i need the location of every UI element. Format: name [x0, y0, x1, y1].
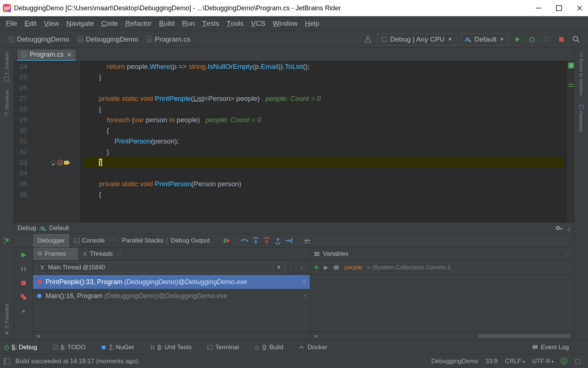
breadcrumb-project[interactable]: C# DebuggingDemo: [74, 31, 143, 47]
tool-todo[interactable]: 6: TODO: [53, 344, 85, 351]
svg-rect-46: [21, 281, 26, 285]
pin-icon[interactable]: →": [565, 252, 570, 256]
analysis-stripe[interactable]: ✓: [567, 61, 574, 222]
menu-vcs[interactable]: VCS: [247, 16, 269, 31]
settings-icon[interactable]: ⚙▾: [555, 224, 562, 231]
menu-view[interactable]: View: [40, 16, 62, 31]
tab-debugger[interactable]: Debugger: [33, 234, 69, 247]
stop-program-button[interactable]: [18, 278, 29, 288]
bulb-icon[interactable]: [50, 160, 56, 166]
breadcrumb-solution[interactable]: DebuggingDemo: [4, 31, 74, 47]
subtab-frames[interactable]: Frames→": [33, 248, 78, 260]
remove-frame-icon[interactable]: ✕: [301, 277, 307, 286]
add-watch-button[interactable]: +: [314, 263, 319, 272]
expand-var-button[interactable]: ▶: [324, 264, 328, 271]
run-button[interactable]: [512, 34, 523, 45]
subtab-threads[interactable]: Threads→": [78, 248, 125, 260]
view-breakpoints-button[interactable]: [18, 292, 29, 302]
coverage-button[interactable]: [542, 34, 552, 45]
menu-run[interactable]: Run: [178, 16, 198, 31]
thread-dropdown[interactable]: Main Thread @15840 ▼: [36, 262, 285, 273]
debug-button[interactable]: [527, 34, 537, 45]
tab-console[interactable]: >_ Console→": [69, 234, 118, 247]
frames-icon: [37, 251, 43, 257]
variables-view-icon[interactable]: [333, 265, 339, 270]
memory-indicator[interactable]: [575, 358, 581, 364]
prev-frame-button[interactable]: ↑: [285, 264, 296, 271]
line-ending-selector[interactable]: CRLF♦: [505, 358, 525, 365]
dotnet-icon: .N: [464, 36, 472, 42]
build-config-dropdown[interactable]: Debug | Any CPU ▼: [377, 33, 456, 45]
menu-window[interactable]: Window: [269, 16, 301, 31]
search-everywhere-button[interactable]: [571, 34, 581, 45]
step-into-button[interactable]: [250, 237, 261, 244]
close-button[interactable]: [576, 5, 583, 11]
menu-refactor[interactable]: Refactor: [122, 16, 155, 31]
menu-tests[interactable]: Tests: [198, 16, 223, 31]
debug-panel-title: Debug: [18, 224, 36, 232]
step-out-button[interactable]: [272, 237, 283, 244]
step-over-button[interactable]: [239, 237, 250, 244]
horizontal-scrollbar[interactable]: [478, 334, 570, 338]
breakpoint-hit-icon[interactable]: [57, 160, 63, 166]
database-tool-button[interactable]: Database: [578, 100, 584, 136]
svg-rect-45: [24, 267, 26, 271]
menu-tools[interactable]: Tools: [223, 16, 247, 31]
encoding-selector[interactable]: UTF-8♦: [532, 358, 553, 365]
frames-list[interactable]: PrintPeople():33, Program (DebuggingDemo…: [33, 275, 310, 331]
resume-button[interactable]: [222, 237, 233, 244]
force-step-into-button[interactable]: [261, 237, 272, 244]
menu-navigate[interactable]: Navigate: [63, 16, 98, 31]
tool-docker[interactable]: Docker: [299, 344, 327, 351]
menu-file[interactable]: File: [2, 16, 21, 31]
favorites-tool-button[interactable]: ★ 2: Favorites: [4, 299, 10, 340]
run-to-cursor-button[interactable]: [283, 237, 294, 244]
editor-tab-program[interactable]: C# Program.cs ✕: [17, 49, 76, 61]
tool-debug[interactable]: 5: Debug: [4, 344, 37, 351]
pause-program-button[interactable]: [18, 264, 29, 274]
menu-edit[interactable]: Edit: [21, 16, 40, 31]
more-button[interactable]: »: [18, 306, 29, 316]
frames-more[interactable]: »: [33, 331, 310, 340]
structure-tool-button[interactable]: Structure: [4, 86, 10, 121]
variable-name[interactable]: people: [344, 264, 362, 271]
build-solution-button[interactable]: [363, 34, 373, 45]
status-icon[interactable]: [4, 358, 10, 365]
errors-tool-button[interactable]: Errors In Solution: [578, 48, 584, 100]
tool-build[interactable]: 0: Build: [254, 344, 283, 351]
tool-nuget[interactable]: 7: NuGet: [101, 344, 134, 351]
svg-rect-71: [255, 348, 259, 350]
svg-point-19: [545, 37, 546, 39]
tool-terminal[interactable]: >_ Terminal: [207, 344, 239, 351]
inspections-icon[interactable]: [561, 358, 567, 365]
stack-frame[interactable]: Main():16, Program (DebuggingDemo)@Debug…: [33, 289, 310, 303]
tab-parallel-stacks[interactable]: Parallel Stacks|Debug Output: [118, 234, 214, 247]
menu-build[interactable]: Build: [155, 16, 178, 31]
maximize-button[interactable]: [556, 5, 562, 11]
status-project[interactable]: DebuggingDemo: [431, 358, 478, 365]
menu-help[interactable]: Help: [301, 16, 323, 31]
variables-list[interactable]: [310, 275, 574, 331]
stack-frame[interactable]: PrintPeople():33, Program (DebuggingDemo…: [33, 275, 310, 289]
next-frame-button[interactable]: ↓: [296, 264, 307, 271]
code-editor[interactable]: 24252627282930313233343536 ────── return…: [14, 61, 574, 222]
evaluate-expression-button[interactable]: +/−: [302, 237, 313, 244]
close-tab-icon[interactable]: ✕: [67, 51, 72, 59]
rerun-icon[interactable]: [4, 236, 12, 245]
event-log-button[interactable]: Event Log: [532, 344, 569, 351]
svg-point-48: [23, 296, 26, 300]
svg-rect-44: [21, 267, 23, 271]
vars-more[interactable]: »: [314, 333, 317, 339]
tool-unittests[interactable]: 8: Unit Tests: [150, 344, 192, 351]
up-frame-icon[interactable]: ↑: [304, 292, 307, 300]
run-config-dropdown[interactable]: .N Default ▼: [460, 33, 508, 45]
menu-code[interactable]: Code: [98, 16, 122, 31]
resume-program-button[interactable]: [18, 250, 29, 260]
minimize-button[interactable]: [535, 5, 542, 11]
dock-icon[interactable]: ↓: [567, 224, 571, 232]
code-content[interactable]: return people.Where(p => string.IsNullOr…: [80, 61, 567, 222]
stop-button[interactable]: [556, 34, 567, 45]
solution-tool-button[interactable]: 1: Solution: [4, 48, 10, 86]
caret-position[interactable]: 33:9: [485, 358, 498, 365]
breadcrumb-file[interactable]: C# Program.cs: [142, 31, 194, 47]
